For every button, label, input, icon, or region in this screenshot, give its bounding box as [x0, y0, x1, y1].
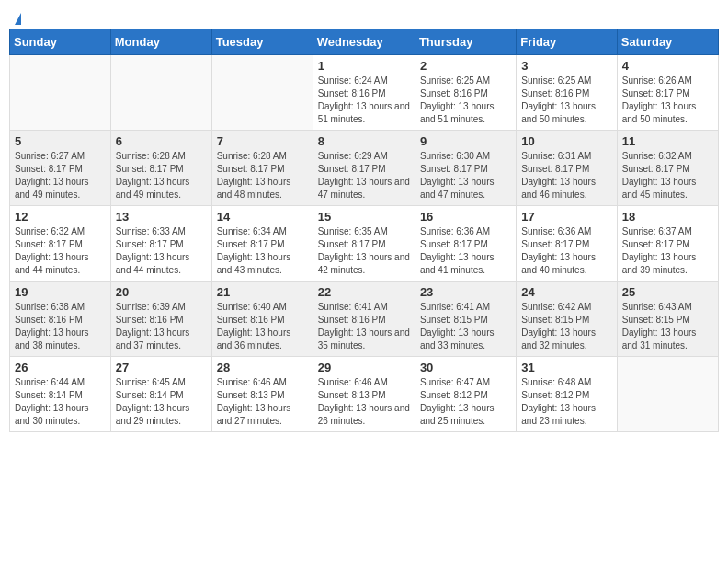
day-info: Sunrise: 6:25 AM Sunset: 8:16 PM Dayligh… [521, 75, 611, 126]
day-number: 7 [217, 134, 308, 148]
day-number: 2 [420, 59, 511, 73]
day-cell: 18Sunrise: 6:37 AM Sunset: 8:17 PM Dayli… [617, 206, 718, 282]
day-cell: 9Sunrise: 6:30 AM Sunset: 8:17 PM Daylig… [415, 131, 516, 206]
day-info: Sunrise: 6:42 AM Sunset: 8:15 PM Dayligh… [521, 301, 611, 352]
logo [13, 13, 21, 25]
day-cell: 29Sunrise: 6:46 AM Sunset: 8:13 PM Dayli… [313, 357, 415, 432]
day-cell: 23Sunrise: 6:41 AM Sunset: 8:15 PM Dayli… [415, 282, 516, 357]
day-cell: 4Sunrise: 6:26 AM Sunset: 8:17 PM Daylig… [617, 55, 718, 131]
day-cell: 27Sunrise: 6:45 AM Sunset: 8:14 PM Dayli… [110, 357, 211, 432]
day-number: 9 [420, 134, 511, 148]
col-header-wednesday: Wednesday [313, 29, 415, 55]
day-cell: 22Sunrise: 6:41 AM Sunset: 8:16 PM Dayli… [313, 282, 415, 357]
day-number: 12 [15, 210, 106, 224]
day-cell: 28Sunrise: 6:46 AM Sunset: 8:13 PM Dayli… [211, 357, 313, 432]
week-row-5: 26Sunrise: 6:44 AM Sunset: 8:14 PM Dayli… [10, 357, 719, 432]
day-number: 18 [622, 210, 713, 224]
day-info: Sunrise: 6:35 AM Sunset: 8:17 PM Dayligh… [318, 225, 410, 277]
day-cell: 14Sunrise: 6:34 AM Sunset: 8:17 PM Dayli… [211, 206, 313, 282]
day-number: 31 [521, 361, 611, 374]
day-info: Sunrise: 6:36 AM Sunset: 8:17 PM Dayligh… [521, 225, 611, 277]
day-info: Sunrise: 6:28 AM Sunset: 8:17 PM Dayligh… [217, 150, 308, 201]
day-number: 4 [622, 59, 713, 73]
day-info: Sunrise: 6:32 AM Sunset: 8:17 PM Dayligh… [622, 150, 713, 201]
day-info: Sunrise: 6:46 AM Sunset: 8:13 PM Dayligh… [318, 376, 410, 428]
day-number: 16 [420, 210, 511, 224]
day-cell: 10Sunrise: 6:31 AM Sunset: 8:17 PM Dayli… [517, 131, 617, 206]
col-header-thursday: Thursday [415, 29, 516, 55]
day-number: 13 [116, 210, 207, 224]
day-cell: 2Sunrise: 6:25 AM Sunset: 8:16 PM Daylig… [415, 55, 516, 131]
day-info: Sunrise: 6:46 AM Sunset: 8:13 PM Dayligh… [217, 376, 308, 428]
day-number: 24 [521, 285, 611, 299]
day-number: 5 [15, 134, 106, 148]
day-cell: 15Sunrise: 6:35 AM Sunset: 8:17 PM Dayli… [313, 206, 415, 282]
logo-triangle-icon [15, 13, 21, 25]
day-cell: 11Sunrise: 6:32 AM Sunset: 8:17 PM Dayli… [617, 131, 718, 206]
day-info: Sunrise: 6:24 AM Sunset: 8:16 PM Dayligh… [318, 75, 410, 126]
day-number: 17 [521, 210, 611, 224]
day-number: 1 [318, 59, 410, 73]
day-cell: 6Sunrise: 6:28 AM Sunset: 8:17 PM Daylig… [110, 131, 211, 206]
day-number: 25 [622, 285, 713, 299]
day-cell: 26Sunrise: 6:44 AM Sunset: 8:14 PM Dayli… [10, 357, 111, 432]
day-number: 22 [318, 285, 410, 299]
col-header-friday: Friday [517, 29, 617, 55]
day-number: 8 [318, 134, 410, 148]
day-cell [10, 55, 111, 131]
col-header-sunday: Sunday [10, 29, 111, 55]
day-info: Sunrise: 6:27 AM Sunset: 8:17 PM Dayligh… [15, 150, 106, 201]
day-info: Sunrise: 6:45 AM Sunset: 8:14 PM Dayligh… [116, 376, 207, 428]
day-info: Sunrise: 6:36 AM Sunset: 8:17 PM Dayligh… [420, 225, 511, 277]
day-number: 14 [217, 210, 308, 224]
day-number: 19 [15, 285, 106, 299]
day-number: 26 [15, 361, 106, 374]
week-row-3: 12Sunrise: 6:32 AM Sunset: 8:17 PM Dayli… [10, 206, 719, 282]
header-row: SundayMondayTuesdayWednesdayThursdayFrid… [10, 29, 719, 55]
day-cell [110, 55, 211, 131]
day-info: Sunrise: 6:30 AM Sunset: 8:17 PM Dayligh… [420, 150, 511, 201]
day-cell [211, 55, 313, 131]
day-cell: 17Sunrise: 6:36 AM Sunset: 8:17 PM Dayli… [517, 206, 617, 282]
day-info: Sunrise: 6:44 AM Sunset: 8:14 PM Dayligh… [15, 376, 106, 428]
day-cell: 8Sunrise: 6:29 AM Sunset: 8:17 PM Daylig… [313, 131, 415, 206]
day-info: Sunrise: 6:32 AM Sunset: 8:17 PM Dayligh… [15, 225, 106, 277]
day-info: Sunrise: 6:41 AM Sunset: 8:15 PM Dayligh… [420, 301, 511, 352]
day-cell: 5Sunrise: 6:27 AM Sunset: 8:17 PM Daylig… [10, 131, 111, 206]
day-number: 11 [622, 134, 713, 148]
day-cell: 16Sunrise: 6:36 AM Sunset: 8:17 PM Dayli… [415, 206, 516, 282]
col-header-tuesday: Tuesday [211, 29, 313, 55]
day-number: 29 [318, 361, 410, 374]
header [9, 9, 719, 25]
day-info: Sunrise: 6:43 AM Sunset: 8:15 PM Dayligh… [622, 301, 713, 352]
day-info: Sunrise: 6:39 AM Sunset: 8:16 PM Dayligh… [116, 301, 207, 352]
day-info: Sunrise: 6:33 AM Sunset: 8:17 PM Dayligh… [116, 225, 207, 277]
day-cell: 31Sunrise: 6:48 AM Sunset: 8:12 PM Dayli… [517, 357, 617, 432]
day-info: Sunrise: 6:26 AM Sunset: 8:17 PM Dayligh… [622, 75, 713, 126]
day-cell [617, 357, 718, 432]
week-row-2: 5Sunrise: 6:27 AM Sunset: 8:17 PM Daylig… [10, 131, 719, 206]
day-number: 10 [521, 134, 611, 148]
day-info: Sunrise: 6:29 AM Sunset: 8:17 PM Dayligh… [318, 150, 410, 201]
day-number: 27 [116, 361, 207, 374]
day-info: Sunrise: 6:28 AM Sunset: 8:17 PM Dayligh… [116, 150, 207, 201]
day-cell: 30Sunrise: 6:47 AM Sunset: 8:12 PM Dayli… [415, 357, 516, 432]
week-row-4: 19Sunrise: 6:38 AM Sunset: 8:16 PM Dayli… [10, 282, 719, 357]
day-cell: 7Sunrise: 6:28 AM Sunset: 8:17 PM Daylig… [211, 131, 313, 206]
day-number: 23 [420, 285, 511, 299]
col-header-saturday: Saturday [617, 29, 718, 55]
day-info: Sunrise: 6:40 AM Sunset: 8:16 PM Dayligh… [217, 301, 308, 352]
day-info: Sunrise: 6:47 AM Sunset: 8:12 PM Dayligh… [420, 376, 511, 428]
week-row-1: 1Sunrise: 6:24 AM Sunset: 8:16 PM Daylig… [10, 55, 719, 131]
day-number: 30 [420, 361, 511, 374]
day-info: Sunrise: 6:31 AM Sunset: 8:17 PM Dayligh… [521, 150, 611, 201]
day-info: Sunrise: 6:37 AM Sunset: 8:17 PM Dayligh… [622, 225, 713, 277]
day-cell: 3Sunrise: 6:25 AM Sunset: 8:16 PM Daylig… [517, 55, 617, 131]
day-info: Sunrise: 6:38 AM Sunset: 8:16 PM Dayligh… [15, 301, 106, 352]
day-cell: 13Sunrise: 6:33 AM Sunset: 8:17 PM Dayli… [110, 206, 211, 282]
day-info: Sunrise: 6:48 AM Sunset: 8:12 PM Dayligh… [521, 376, 611, 428]
day-info: Sunrise: 6:25 AM Sunset: 8:16 PM Dayligh… [420, 75, 511, 126]
day-info: Sunrise: 6:41 AM Sunset: 8:16 PM Dayligh… [318, 301, 410, 352]
day-info: Sunrise: 6:34 AM Sunset: 8:17 PM Dayligh… [217, 225, 308, 277]
day-number: 28 [217, 361, 308, 374]
